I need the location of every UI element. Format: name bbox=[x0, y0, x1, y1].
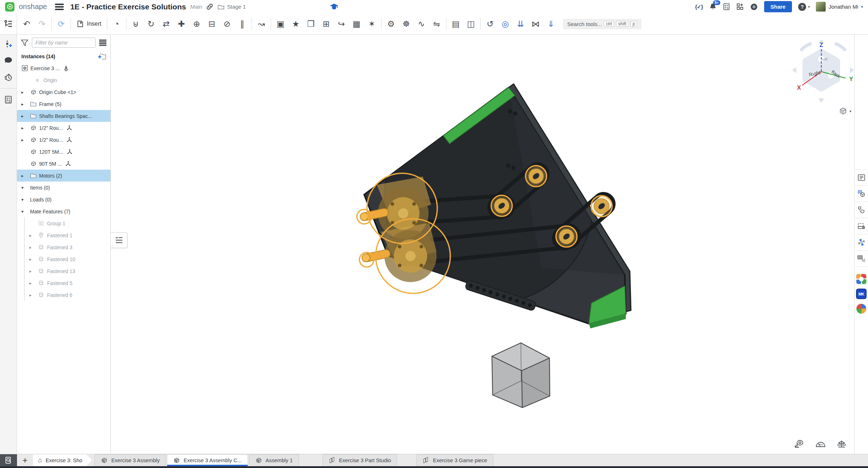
mass-properties-icon[interactable] bbox=[836, 439, 847, 449]
belt-relation-icon[interactable]: ⇋ bbox=[429, 16, 444, 31]
onshape-logo-icon[interactable] bbox=[5, 2, 14, 12]
tree-row-group1[interactable]: Group 1 bbox=[17, 217, 110, 229]
tree-row-origin[interactable]: Origin bbox=[17, 74, 110, 86]
chevron-right-icon[interactable]: ▸ bbox=[29, 233, 38, 238]
spin-tool-icon[interactable]: ◎ bbox=[498, 16, 513, 31]
protractor-icon[interactable] bbox=[815, 439, 826, 449]
main-menu-icon[interactable] bbox=[55, 4, 64, 10]
parallel-mate-icon[interactable]: ∥ bbox=[235, 16, 250, 31]
tree-row-half-inch-round-1[interactable]: ▸ 1/2" Rou... bbox=[17, 122, 110, 134]
comments-icon[interactable] bbox=[1, 54, 15, 67]
cylindrical-mate-icon[interactable]: ⊘ bbox=[219, 16, 235, 31]
new-tab-button[interactable]: + bbox=[17, 454, 33, 466]
filter-input[interactable] bbox=[32, 38, 96, 48]
free-rotate-icon[interactable]: ↺ bbox=[483, 16, 498, 31]
bom-table-panel-icon[interactable] bbox=[855, 186, 868, 202]
tree-row-fastened-13[interactable]: ▸ Fastened 13 bbox=[17, 265, 110, 277]
transfer-icon[interactable]: ↪ bbox=[334, 16, 349, 31]
redo-icon[interactable]: ↷ bbox=[34, 16, 50, 31]
rack-pinion-relation-icon[interactable]: ☸ bbox=[399, 16, 414, 31]
mate-icon[interactable]: ◔ bbox=[109, 16, 124, 31]
tree-row-motors-folder[interactable]: ▸ Motors (2) bbox=[17, 170, 110, 182]
checklist-panel-icon[interactable] bbox=[1, 93, 15, 106]
bom-icon[interactable]: ▤ bbox=[448, 16, 463, 31]
app-icon-mk[interactable]: MK bbox=[856, 289, 867, 299]
breadcrumb[interactable]: Stage 1 bbox=[218, 4, 246, 10]
tree-section-mate-features[interactable]: ▾ Mate Features (7) bbox=[17, 205, 110, 217]
add-to-folder-icon[interactable] bbox=[97, 52, 106, 61]
tree-row-shafts-bearings-folder[interactable]: ▸ Shafts Bearings Spac... bbox=[17, 110, 110, 122]
dimensions-panel-icon[interactable] bbox=[855, 218, 868, 234]
app-icon-1[interactable] bbox=[856, 274, 867, 284]
tree-row-fastened-1[interactable]: ▸ Fastened 1 bbox=[17, 229, 110, 241]
app-icon-2[interactable] bbox=[856, 303, 867, 314]
history-timer-icon[interactable] bbox=[1, 71, 15, 84]
view-options-button[interactable]: ▾ bbox=[839, 107, 851, 115]
tree-section-loads[interactable]: ▾ Loads (0) bbox=[17, 193, 110, 205]
tree-row-frame-folder[interactable]: ▸ Frame (5) bbox=[17, 98, 110, 110]
tab-exercise3-game-piece[interactable]: Exercise 3 Game piece bbox=[416, 454, 493, 466]
filter-funnel-icon[interactable] bbox=[21, 39, 29, 47]
tree-row-fastened-3[interactable]: ▸ Fastened 3 bbox=[17, 241, 110, 253]
tab-exercise3-part-studio[interactable]: Exercise 3 Part Studio bbox=[323, 454, 397, 466]
chevron-right-icon[interactable]: ▸ bbox=[29, 293, 38, 298]
assembly-model[interactable] bbox=[111, 35, 854, 454]
ball-mate-icon[interactable]: ⊕ bbox=[189, 16, 204, 31]
sync-icon[interactable]: ⟳ bbox=[54, 16, 69, 31]
pinwheel-panel-icon[interactable] bbox=[855, 234, 868, 251]
tree-row-fastened-10[interactable]: ▸ Fastened 10 bbox=[17, 253, 110, 265]
drop-tool-icon[interactable]: ⇊ bbox=[513, 16, 528, 31]
user-menu[interactable]: Jonathan Mi ▾ bbox=[816, 2, 863, 12]
tree-row-half-inch-round-2[interactable]: ▸ 1/2" Rou... bbox=[17, 134, 110, 146]
chevron-right-icon[interactable]: ▸ bbox=[29, 245, 38, 250]
model-tree-panel-icon[interactable] bbox=[855, 169, 868, 186]
group-tool-icon[interactable]: ▣ bbox=[273, 16, 288, 31]
slider-mate-icon[interactable]: ⇄ bbox=[159, 16, 174, 31]
tab-exercise3-assembly[interactable]: Exercise 3 Assembly bbox=[94, 454, 166, 466]
search-tabs-button[interactable] bbox=[0, 454, 17, 466]
notifications-bell-icon[interactable]: 9+ bbox=[709, 3, 717, 11]
screw-relation-icon[interactable]: ∿ bbox=[414, 16, 429, 31]
undo-icon[interactable]: ↶ bbox=[19, 16, 34, 31]
search-tools[interactable]: Search tools... ctrl shift p bbox=[563, 19, 641, 29]
custom-tables-panel-icon[interactable]: x) bbox=[855, 251, 868, 267]
chevron-right-icon[interactable]: ▸ bbox=[21, 173, 30, 178]
share-link-icon[interactable] bbox=[206, 3, 213, 10]
named-positions-icon[interactable]: ⊞ bbox=[319, 16, 334, 31]
tab-exercise3-assembly-copy[interactable]: Exercise 3 Assembly C... bbox=[167, 454, 248, 466]
chevron-right-icon[interactable]: ▸ bbox=[21, 102, 30, 107]
named-views-icon[interactable]: ★ bbox=[288, 16, 303, 31]
chevron-right-icon[interactable]: ▸ bbox=[29, 281, 38, 286]
revolute-mate-icon[interactable]: ↻ bbox=[143, 16, 159, 31]
tab-breadcrumb-home[interactable]: ⌂ Exercise 3: Sho bbox=[33, 454, 92, 466]
tree-row-origin-cube[interactable]: ▸ Origin Cube <1> bbox=[17, 86, 110, 98]
tree-row-fastened-6[interactable]: ▸ Fastened 6 bbox=[17, 289, 110, 301]
tree-section-items[interactable]: ▾ Items (0) bbox=[17, 182, 110, 193]
tree-row-exercise3-assembly[interactable]: Exercise 3 ... bbox=[17, 62, 110, 74]
assembly-tree-panel-tab[interactable] bbox=[0, 13, 17, 34]
settle-tool-icon[interactable]: ⇓ bbox=[543, 16, 559, 31]
chevron-right-icon[interactable]: ▸ bbox=[21, 125, 30, 131]
chevron-right-icon[interactable]: ▸ bbox=[21, 90, 30, 95]
versions-add-icon[interactable] bbox=[1, 38, 15, 51]
motor-2-highlighted[interactable] bbox=[362, 223, 437, 282]
planar-mate-icon[interactable]: ✚ bbox=[174, 16, 189, 31]
insert-column-icon[interactable]: ◫ bbox=[463, 16, 479, 31]
learning-badge-icon[interactable] bbox=[330, 3, 338, 10]
pin-slot-mate-icon[interactable]: ⊟ bbox=[204, 16, 219, 31]
pattern-icon[interactable]: ▦ bbox=[349, 16, 364, 31]
document-title[interactable]: 1E - Practice Exercise Solutions bbox=[70, 3, 186, 11]
list-view-icon[interactable] bbox=[99, 39, 107, 46]
ai-assistant-icon[interactable]: ⚙ bbox=[750, 3, 758, 11]
tab-assembly-1[interactable]: Assembly 1 bbox=[249, 454, 299, 466]
chevron-down-icon[interactable]: ▾ bbox=[21, 209, 30, 214]
help-menu[interactable]: ? ▾ bbox=[798, 3, 810, 11]
configurations-panel-icon[interactable] bbox=[855, 202, 868, 218]
replicate-icon[interactable]: ❐ bbox=[303, 16, 319, 31]
featurescript-icon[interactable]: {✓} bbox=[695, 4, 703, 10]
tangent-mate-icon[interactable]: ↝ bbox=[254, 16, 269, 31]
gear-relation-icon[interactable]: ⚙ bbox=[383, 16, 399, 31]
exploded-view-icon[interactable]: ✶ bbox=[364, 16, 379, 31]
chevron-right-icon[interactable]: ▸ bbox=[21, 114, 30, 119]
share-button[interactable]: Share bbox=[764, 1, 792, 12]
